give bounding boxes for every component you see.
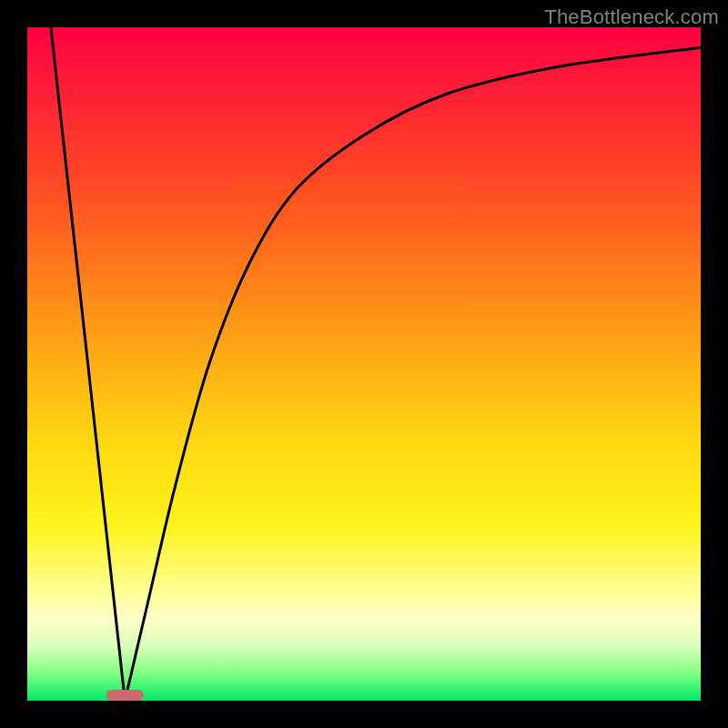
chart-frame: TheBottleneck.com (0, 0, 728, 728)
plot-area (27, 27, 701, 701)
optimal-marker (106, 690, 144, 701)
watermark-text: TheBottleneck.com (544, 5, 719, 29)
bottleneck-curve (27, 27, 701, 701)
